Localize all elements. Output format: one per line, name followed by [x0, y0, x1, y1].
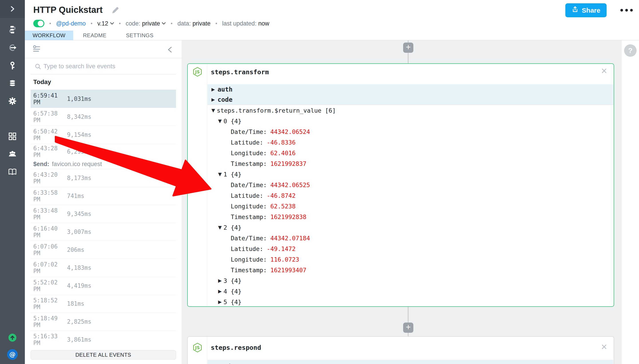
edit-title-icon[interactable] — [111, 6, 120, 15]
step-card-transform[interactable]: JS steps.transform × ▶ auth ▶ code ▼ ste… — [187, 64, 614, 307]
event-row[interactable]: 6:16:40 PM 3,007ms — [31, 223, 176, 241]
tree-node[interactable]: ▼ 0 {4} — [207, 116, 613, 126]
version-dropdown[interactable]: v.12 — [97, 20, 114, 27]
last-updated: last updated: now — [222, 20, 269, 27]
event-duration: 1,031ms — [67, 96, 91, 102]
settings-gear-icon[interactable] — [8, 96, 17, 106]
section-code[interactable]: ▶ code — [207, 94, 613, 105]
return-value-tree: ▼ steps.transform.$return_value [6] ▼ 0 … — [207, 105, 613, 306]
toggle-knob — [38, 20, 44, 26]
nodejs-icon: JS — [192, 67, 203, 77]
search-input[interactable] — [44, 60, 172, 72]
tree-node[interactable]: ▶ 3 {4} — [207, 275, 613, 286]
tree-field: Date/Time:44342.06524 — [207, 126, 613, 137]
user-avatar[interactable]: @ — [7, 349, 18, 360]
svg-text:JS: JS — [195, 70, 200, 74]
tab-workflow[interactable]: WORKFLOW — [25, 30, 73, 40]
auth-key-icon[interactable] — [8, 61, 17, 70]
event-row[interactable]: 6:07:02 PM 4,183ms — [31, 259, 176, 277]
tree-field: Latitude:-46.8336 — [207, 137, 613, 148]
chevron-down-icon — [162, 22, 166, 25]
collapsed-arrow-icon: ▶ — [211, 87, 215, 92]
tree-node[interactable]: ▶ 5 {4} — [207, 296, 613, 306]
expanded-arrow-icon: ▼ — [218, 118, 222, 124]
right-rail: ? — [621, 40, 639, 364]
section-auth[interactable]: ▶ auth — [207, 360, 613, 364]
code-label: code: — [126, 20, 140, 27]
tree-node[interactable]: ▼ 2 {4} — [207, 222, 613, 233]
data-visibility: data: private — [177, 20, 211, 27]
tree-node[interactable]: ▶ 4 {4} — [207, 286, 613, 296]
event-sources-icon[interactable] — [8, 43, 17, 52]
data-stores-icon[interactable] — [8, 78, 17, 88]
tree-field: Timestamp:1621992837 — [207, 158, 613, 169]
event-row[interactable]: 5:18:49 PM 2,825ms — [31, 312, 176, 330]
event-row[interactable]: 6:43:20 PM 8,173ms — [31, 169, 176, 187]
events-section-label: Today — [33, 78, 51, 86]
owner-link[interactable]: @pd-demo — [56, 20, 86, 27]
help-button[interactable]: ? — [624, 44, 636, 57]
tree-node[interactable]: ▼ 1 {4} — [207, 169, 613, 180]
step-sections: ▶ auth ▶ code — [207, 84, 613, 105]
collapsed-arrow-icon: ▶ — [218, 278, 222, 283]
more-menu-icon[interactable] — [620, 9, 633, 12]
add-step-button[interactable]: + — [403, 322, 413, 333]
share-button[interactable]: Share — [565, 3, 607, 17]
add-step-button[interactable]: + — [403, 42, 413, 53]
expand-sidebar-icon[interactable] — [8, 4, 17, 14]
community-icon[interactable] — [8, 149, 17, 158]
event-row[interactable]: 6:57:38 PM 8,342ms — [31, 108, 176, 126]
share-label: Share — [582, 7, 600, 14]
event-list: 6:59:41 PM 1,031ms 6:57:38 PM 8,342ms 6:… — [31, 90, 176, 348]
tree-root[interactable]: ▼ steps.transform.$return_value [6] — [207, 105, 613, 116]
workflow-canvas: + + JS steps.transform × ▶ auth ▶ code — [182, 40, 621, 364]
event-row[interactable]: 6:43:28 PM 6,293ms $end:favicon.ico requ… — [31, 144, 176, 169]
collapse-panel-icon[interactable] — [167, 46, 173, 54]
collapsed-arrow-icon: ▶ — [218, 289, 222, 294]
upgrade-icon[interactable] — [8, 333, 17, 342]
tab-settings[interactable]: SETTINGS — [116, 30, 163, 40]
event-row[interactable]: 5:18:52 PM 181ms — [31, 294, 176, 312]
delete-all-events-button[interactable]: DELETE ALL EVENTS — [31, 350, 176, 360]
event-row[interactable]: 5:52:02 PM 4,419ms — [31, 277, 176, 294]
updated-value: now — [258, 20, 269, 27]
code-visibility-dropdown[interactable]: code: private — [126, 20, 166, 27]
event-row[interactable]: 6:33:58 PM 741ms — [31, 187, 176, 205]
apps-grid-icon[interactable] — [8, 132, 17, 141]
workflows-icon[interactable] — [8, 25, 17, 34]
live-events-panel: Today 6:59:41 PM 1,031ms 6:57:38 PM 8,34… — [25, 40, 182, 364]
tree-field: Longitude:116.0723 — [207, 254, 613, 265]
docs-book-icon[interactable] — [8, 167, 17, 176]
close-icon[interactable]: × — [601, 342, 607, 352]
step-title: steps.transform — [211, 68, 269, 76]
tree-field: Latitude:-46.8742 — [207, 190, 613, 201]
event-search-row — [25, 58, 182, 74]
app-sidebar: @ — [0, 0, 25, 364]
at-glyph: @ — [9, 351, 16, 358]
event-row[interactable]: 6:07:06 PM 206ms — [31, 241, 176, 259]
tree-field: Longitude:62.5238 — [207, 201, 613, 212]
step-icon-column: JS — [188, 64, 207, 306]
svg-text:JS: JS — [195, 345, 200, 350]
filter-icon[interactable] — [33, 45, 41, 53]
event-row[interactable]: 6:50:42 PM 9,154ms — [31, 126, 176, 144]
section-auth[interactable]: ▶ auth — [207, 84, 613, 94]
step-sections: ▶ auth — [207, 360, 613, 364]
tab-readme[interactable]: README — [73, 30, 116, 40]
sidebar-top — [0, 0, 25, 18]
meta-separator: • — [49, 20, 51, 26]
expanded-arrow-icon: ▼ — [218, 172, 222, 177]
event-row[interactable]: 6:59:41 PM 1,031ms — [31, 90, 176, 108]
step-card-respond[interactable]: JS steps.respond × ▶ auth — [187, 336, 614, 364]
expanded-arrow-icon: ▼ — [211, 108, 215, 113]
search-icon — [35, 63, 41, 71]
tree-field: Longitude:62.4016 — [207, 148, 613, 158]
event-row[interactable]: 5:16:33 PM 3,861ms — [31, 330, 176, 348]
close-icon[interactable]: × — [601, 66, 607, 76]
collapsed-arrow-icon: ▶ — [218, 299, 222, 304]
event-row[interactable]: 6:33:48 PM 9,345ms — [31, 205, 176, 223]
deploy-toggle[interactable] — [33, 20, 44, 27]
step-icon-column: JS — [188, 337, 207, 364]
tree-field: Date/Time:44342.06525 — [207, 180, 613, 190]
share-icon — [571, 6, 579, 15]
